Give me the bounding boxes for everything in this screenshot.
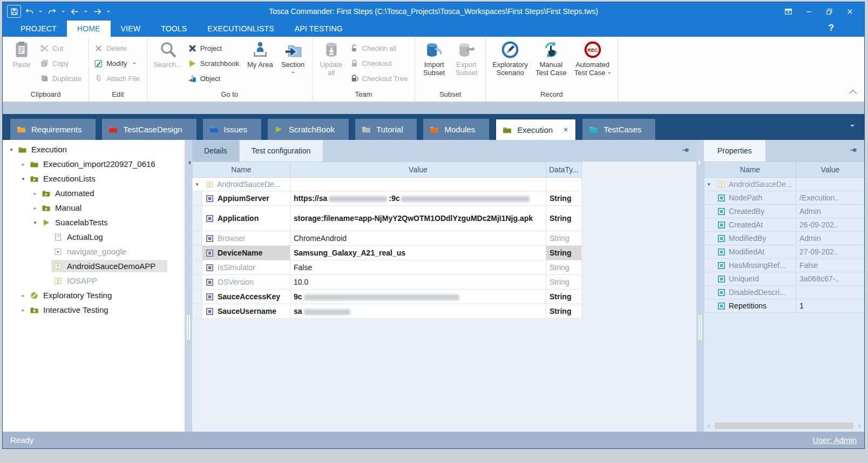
ribbon-tab-api-testing[interactable]: API TESTING (284, 21, 353, 37)
section-button[interactable]: Section (277, 38, 309, 74)
tree-item-interactive-testing[interactable]: ▸Interactive Testing (3, 303, 185, 317)
object-button[interactable]: Object (186, 71, 243, 86)
tree-item-iosapp[interactable]: IOSAPP (3, 273, 185, 288)
automated-test-case-button[interactable]: RECAutomated Test Case (571, 38, 615, 77)
ribbon-tab-view[interactable]: VIEW (111, 21, 151, 37)
save-button[interactable] (7, 5, 21, 18)
config-row-sauceusername[interactable]: SauceUsernamesaString (193, 304, 582, 319)
config-group-row[interactable]: ▾AndroidSauceDe... (193, 178, 582, 191)
undo-button[interactable] (22, 5, 36, 18)
tree-expander-icon[interactable]: ▾ (7, 147, 16, 152)
pin-icon[interactable] (681, 146, 690, 155)
tree-item-actuallog[interactable]: ActualLog (3, 230, 185, 244)
column-header-name[interactable]: Name (193, 162, 290, 178)
checkin-all-button[interactable]: Checkin all (348, 41, 412, 56)
ribbon-tab-project[interactable]: PROJECT (10, 21, 67, 37)
config-row-appiumserver[interactable]: AppiumServerhttps://sa:9cString (193, 191, 582, 206)
cut-button[interactable]: Cut (38, 41, 86, 56)
my-area-button[interactable]: My Area (243, 38, 277, 69)
search-button[interactable]: Search... (150, 38, 186, 69)
update-all-button[interactable]: Update all (315, 38, 348, 77)
tab-test-configuration[interactable]: Test configuration (240, 140, 323, 162)
restore-button[interactable] (820, 4, 838, 18)
manual-test-case-button[interactable]: Manual Test Case (532, 38, 571, 77)
tree-expander-icon[interactable]: ▸ (19, 307, 28, 313)
back-button[interactable] (67, 5, 82, 18)
close-tab-icon[interactable]: × (564, 126, 568, 133)
ribbon-display-button[interactable] (779, 4, 797, 18)
prop-row-uniqueid[interactable]: UniqueId3a068c67-.. (704, 272, 865, 286)
tree-expander-icon[interactable]: ▸ (31, 191, 39, 196)
modify-button[interactable]: Modify (92, 56, 144, 71)
prop-row-modifiedat[interactable]: ModifiedAt27-09-202.. (704, 245, 865, 259)
checkout-button[interactable]: Checkout (348, 56, 412, 71)
column-header-datatype[interactable]: DataTy... (546, 162, 582, 178)
tab-list-caret-icon[interactable] (850, 125, 855, 129)
tree-expander-icon[interactable]: ▸ (31, 205, 39, 211)
column-header-value[interactable]: Value (290, 162, 546, 178)
doc-tab-issues[interactable]: Issues (203, 119, 261, 140)
config-row-browser[interactable]: BrowserChromeAndroidString (193, 231, 582, 246)
tree-scrollbar-thumb[interactable] (187, 315, 188, 340)
forward-button[interactable] (90, 5, 104, 18)
tree-item-androidsaucedemoapp[interactable]: AndroidSauceDemoAPP (3, 259, 185, 273)
exploratory-scenario-button[interactable]: Exploratory Scenario (489, 38, 532, 77)
param-value[interactable]: ChromeAndroid (290, 231, 546, 246)
config-row-devicename[interactable]: DeviceNameSamsung_Galaxy_A21_real_usStri… (193, 246, 582, 260)
doc-tab-testcases[interactable]: TestCases (582, 119, 655, 140)
tree-expander-icon[interactable]: ▾ (31, 220, 39, 225)
column-header-value[interactable]: Value (796, 162, 865, 178)
import-subset-button[interactable]: Import Subset (418, 38, 450, 77)
tree-item-executionlists[interactable]: ▾ExecutionLists (3, 171, 185, 186)
config-row-issimulator[interactable]: IsSimulatorFalseString (193, 260, 582, 275)
param-value[interactable]: Samsung_Galaxy_A21_real_us (290, 246, 546, 260)
dropdown-caret-icon[interactable] (107, 11, 110, 14)
scroll-left-arrow-icon[interactable]: ‹ (705, 422, 713, 429)
config-row-sauceaccesskey[interactable]: SauceAccessKey9cString (193, 290, 582, 304)
dropdown-caret-icon[interactable] (84, 11, 87, 14)
duplicate-button[interactable]: Duplicate (38, 71, 86, 86)
prop-row-createdby[interactable]: CreatedByAdmin (704, 205, 865, 218)
props-group-row[interactable]: ▾AndroidSauceDe... (704, 178, 865, 191)
pin-icon[interactable] (849, 146, 858, 155)
dropdown-caret-icon[interactable] (62, 11, 65, 14)
tree-item-suacelabtests[interactable]: ▾SuacelabTests (3, 215, 185, 230)
ribbon-tab-home[interactable]: HOME (67, 21, 111, 37)
close-button[interactable] (840, 4, 859, 18)
paste-button[interactable]: Paste (5, 38, 38, 69)
row-expander-icon[interactable]: ▾ (708, 182, 714, 187)
param-value[interactable]: 10.0 (290, 275, 546, 290)
prop-row-hasmissingref[interactable]: HasMissingRef...False (704, 259, 865, 272)
param-value[interactable]: 9c (290, 290, 546, 304)
right-splitter[interactable] (696, 140, 704, 432)
prop-row-repetitions[interactable]: Repetitions1 (704, 299, 865, 313)
scratchbook-button[interactable]: Scratchbook (186, 56, 243, 71)
attach-file-button[interactable]: Attach File (92, 71, 144, 86)
doc-tab-tutorial[interactable]: Tutorial (355, 119, 417, 140)
tab-properties[interactable]: Properties (704, 140, 765, 162)
scroll-right-arrow-icon[interactable]: › (856, 422, 863, 429)
center-scrollbar-thumb[interactable] (699, 315, 700, 340)
tree-expander-icon[interactable]: ▾ (19, 176, 28, 182)
tree-item-navigate-google[interactable]: navigate_google (3, 244, 185, 259)
doc-tab-modules[interactable]: Modules (423, 119, 489, 140)
tree-expander-icon[interactable]: ▸ (19, 162, 28, 167)
ribbon-tab-executionlists[interactable]: EXECUTIONLISTS (197, 21, 284, 37)
collapse-ribbon-icon[interactable] (849, 90, 857, 97)
param-value[interactable]: sa (290, 304, 546, 319)
param-value[interactable]: storage:filename=app-NjMyY2QwOTM1ODdlYzg… (290, 206, 546, 231)
ribbon-tab-tools[interactable]: TOOLS (151, 21, 197, 37)
checkout-tree-button[interactable]: Checkout Tree (348, 71, 412, 86)
config-row-osversion[interactable]: OSVersion10.0String (193, 275, 582, 290)
row-expander-icon[interactable]: ▾ (196, 182, 202, 187)
dropdown-caret-icon[interactable] (39, 11, 42, 14)
prop-row-modifiedby[interactable]: ModifiedByAdmin (704, 232, 865, 245)
minimize-button[interactable] (799, 4, 818, 18)
doc-tab-requirements[interactable]: Requirements (10, 119, 96, 140)
copy-button[interactable]: Copy (38, 56, 86, 71)
tree-item-exploratory-testing[interactable]: ▸Exploratory Testing (3, 288, 185, 303)
collapse-left-arrow-icon[interactable] (186, 160, 191, 165)
tree-expander-icon[interactable]: ▸ (19, 293, 28, 298)
user-link[interactable]: User: Admin (812, 435, 857, 445)
left-splitter[interactable] (185, 140, 192, 432)
